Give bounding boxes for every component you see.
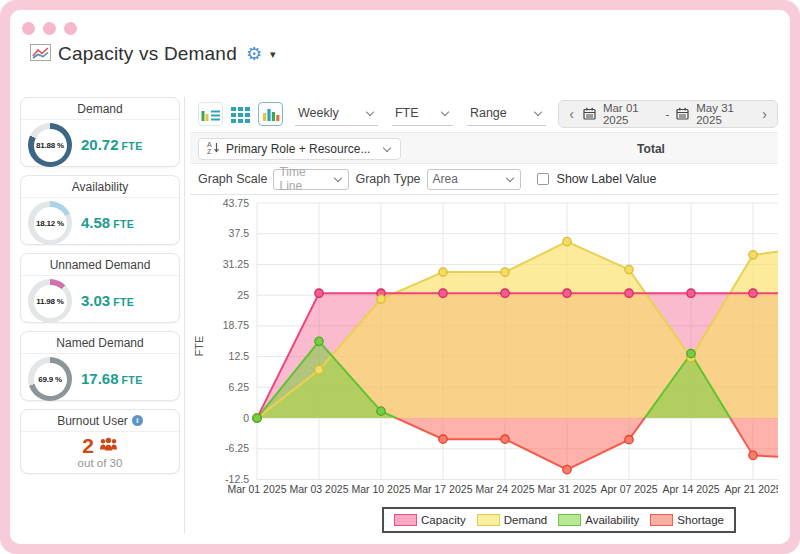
legend-item-capacity[interactable]: Capacity: [394, 514, 466, 526]
window-frame: Capacity vs Demand Demand 81.88 % 20.72F…: [0, 0, 800, 554]
grid-view-icon[interactable]: [228, 102, 253, 126]
shortage-point[interactable]: [439, 435, 447, 443]
interval-select[interactable]: Weekly: [295, 102, 378, 126]
stat-unit: FTE: [113, 218, 134, 230]
demand-point[interactable]: [377, 295, 385, 303]
stat-value: 3.03: [81, 292, 110, 309]
shortage-point[interactable]: [749, 451, 757, 459]
mode-value: Range: [470, 106, 507, 120]
y-tick-label: -6.25: [225, 442, 249, 454]
x-tick-label: Mar 17 2025: [414, 483, 473, 495]
page-title: Capacity vs Demand: [58, 43, 237, 65]
donut-percent: 18.12 %: [34, 207, 67, 240]
stat-card-unnamed-demand: Unnamed Demand 11.98 % 3.03FTE: [20, 253, 180, 323]
legend-item-shortage[interactable]: Shortage: [650, 514, 724, 526]
legend-item-availability[interactable]: Availability: [558, 514, 639, 526]
named-demand-donut-chart: 69.9 %: [28, 357, 72, 401]
date-start[interactable]: Mar 01 2025: [603, 102, 658, 126]
shortage-point[interactable]: [563, 465, 571, 473]
window-control-dot[interactable]: [64, 22, 77, 35]
legend-label: Capacity: [421, 514, 466, 526]
chevron-down-icon: [505, 174, 513, 182]
grouping-row: AZ Primary Role + Resource... Total: [190, 132, 778, 164]
x-tick-label: Apr 21 2025: [724, 483, 778, 495]
demand-point[interactable]: [315, 366, 323, 374]
unit-select[interactable]: FTE: [392, 102, 453, 126]
calendar-icon: [676, 107, 689, 122]
graph-type-value: Area: [433, 172, 458, 186]
x-tick-label: Mar 31 2025: [538, 483, 597, 495]
capacity-point[interactable]: [315, 289, 323, 297]
graph-type-select[interactable]: Area: [427, 169, 521, 190]
availability-swatch: [558, 514, 581, 526]
line-chart-icon: [30, 44, 51, 65]
y-tick-label: 31.25: [223, 258, 249, 270]
window-control-dot[interactable]: [43, 22, 56, 35]
chevron-down-icon: [334, 174, 342, 182]
stat-card-title: Named Demand: [21, 332, 179, 354]
shortage-point[interactable]: [625, 435, 633, 443]
interval-value: Weekly: [298, 106, 339, 120]
mode-select[interactable]: Range: [467, 102, 546, 126]
capacity-point[interactable]: [439, 289, 447, 297]
capacity-point[interactable]: [501, 289, 509, 297]
graph-scale-value: Time Line: [279, 165, 327, 193]
x-tick-label: Apr 14 2025: [662, 483, 719, 495]
capacity-point[interactable]: [563, 289, 571, 297]
capacity-demand-chart: 43.7537.531.252518.7512.56.250-6.25-12.5…: [190, 196, 778, 504]
shortage-swatch: [650, 514, 673, 526]
demand-point[interactable]: [749, 251, 757, 259]
gear-icon[interactable]: [246, 45, 262, 63]
window-controls: [22, 22, 77, 35]
y-axis-label: FTE: [193, 336, 205, 357]
x-tick-label: Mar 01 2025: [228, 483, 287, 495]
y-tick-label: 43.75: [223, 197, 249, 209]
shortage-point[interactable]: [501, 435, 509, 443]
y-tick-label: 18.75: [223, 319, 249, 331]
chart-list-view-icon[interactable]: [198, 102, 223, 126]
demand-point[interactable]: [501, 268, 509, 276]
date-end[interactable]: May 31 2025: [696, 102, 753, 126]
stat-card-demand: Demand 81.88 % 20.72FTE: [20, 97, 180, 167]
availability-point[interactable]: [377, 407, 385, 415]
show-label-value-checkbox[interactable]: [537, 173, 549, 185]
legend-label: Shortage: [677, 514, 724, 526]
legend-label: Availability: [585, 514, 639, 526]
legend-item-demand[interactable]: Demand: [477, 514, 547, 526]
demand-point[interactable]: [625, 265, 633, 273]
demand-point[interactable]: [439, 268, 447, 276]
capacity-swatch: [394, 514, 417, 526]
demand-point[interactable]: [563, 237, 571, 245]
donut-percent: 11.98 %: [34, 285, 67, 318]
grouping-label: Primary Role + Resource...: [226, 142, 370, 156]
bar-chart-view-icon[interactable]: [258, 102, 283, 126]
app-card: Capacity vs Demand Demand 81.88 % 20.72F…: [10, 10, 790, 544]
y-tick-label: 25: [237, 289, 249, 301]
stat-card-title: Unnamed Demand: [21, 254, 179, 276]
prev-period-button[interactable]: ‹: [567, 106, 576, 122]
unit-value: FTE: [395, 106, 419, 120]
availability-point[interactable]: [253, 414, 261, 422]
availability-point[interactable]: [315, 337, 323, 345]
chevron-down-icon: [383, 144, 391, 152]
graph-scale-label: Graph Scale: [198, 172, 267, 186]
stat-card-title: Availability: [21, 176, 179, 198]
y-tick-label: 6.25: [229, 381, 250, 393]
capacity-point[interactable]: [749, 289, 757, 297]
stat-card-availability: Availability 18.12 % 4.58FTE: [20, 175, 180, 245]
demand-donut-chart: 81.88 %: [28, 123, 72, 167]
graph-scale-select[interactable]: Time Line: [273, 169, 349, 190]
window-control-dot[interactable]: [22, 22, 35, 35]
availability-donut-chart: 18.12 %: [28, 201, 72, 245]
capacity-point[interactable]: [687, 289, 695, 297]
unnamed-demand-donut-chart: 11.98 %: [28, 279, 72, 323]
y-tick-label: 37.5: [229, 227, 250, 239]
grouping-select[interactable]: AZ Primary Role + Resource...: [198, 138, 401, 160]
capacity-point[interactable]: [625, 289, 633, 297]
next-period-button[interactable]: ›: [760, 106, 769, 122]
burnout-subtext: out of 30: [78, 457, 123, 469]
x-tick-label: Mar 10 2025: [352, 483, 411, 495]
info-icon[interactable]: [132, 415, 143, 426]
availability-point[interactable]: [687, 349, 695, 357]
chevron-down-icon[interactable]: [270, 48, 276, 61]
